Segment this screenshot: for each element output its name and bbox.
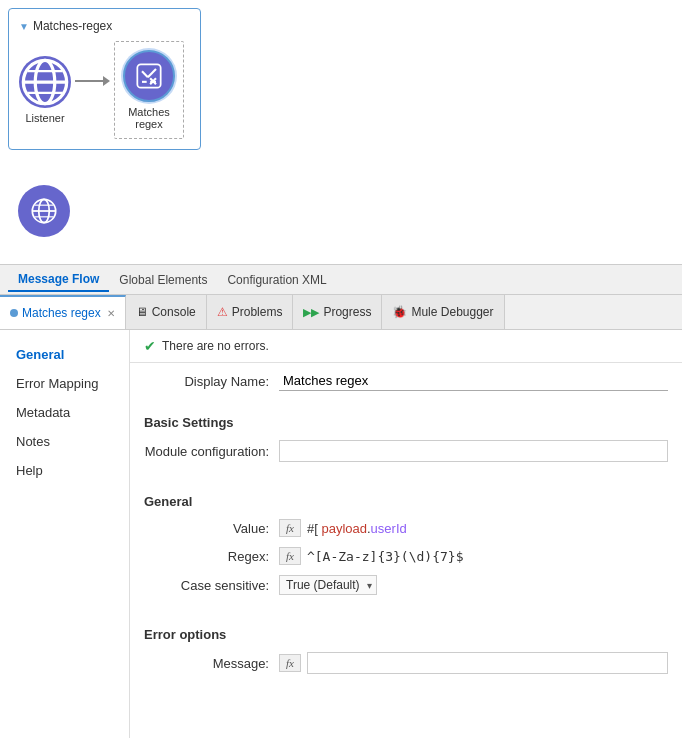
matches-regex-node[interactable]: Matchesregex bbox=[123, 50, 175, 130]
module-config-label: Module configuration: bbox=[144, 444, 279, 459]
general-section-title: General bbox=[144, 488, 668, 515]
main-panel: General Error Mapping Metadata Notes Hel… bbox=[0, 330, 682, 738]
display-name-row: Display Name: bbox=[144, 371, 668, 391]
message-row: Message: fx bbox=[144, 652, 668, 674]
check-icon: ✔ bbox=[144, 338, 156, 354]
nav-item-metadata[interactable]: Metadata bbox=[0, 398, 129, 427]
case-sensitive-row: Case sensitive: True (Default) False bbox=[144, 575, 668, 595]
regex-row: Regex: fx ^[A-Za-z]{3}(\d){7}$ bbox=[144, 547, 668, 565]
problems-icon: ⚠ bbox=[217, 305, 228, 319]
mule-debugger-icon: 🐞 bbox=[392, 305, 407, 319]
right-content: ✔ There are no errors. Display Name: Bas… bbox=[130, 330, 682, 738]
nav-item-general[interactable]: General bbox=[0, 340, 129, 369]
basic-settings-section: Basic Settings Module configuration: bbox=[130, 409, 682, 480]
display-name-input[interactable] bbox=[279, 371, 668, 391]
no-errors-text: There are no errors. bbox=[162, 339, 269, 353]
message-label: Message: bbox=[144, 656, 279, 671]
general-section: General Value: fx #[ payload.userId Rege… bbox=[130, 480, 682, 613]
value-fx-button[interactable]: fx bbox=[279, 519, 301, 537]
props-tab-problems[interactable]: ⚠ Problems bbox=[207, 295, 294, 329]
flow-nodes: Listener bbox=[19, 41, 184, 139]
module-config-row: Module configuration: bbox=[144, 440, 668, 462]
matches-regex-label: Matchesregex bbox=[128, 106, 170, 130]
props-tab-problems-label: Problems bbox=[232, 305, 283, 319]
error-options-section: Error options Message: fx bbox=[130, 613, 682, 692]
flow-container: ▼ Matches-regex Listener bbox=[8, 8, 201, 150]
props-tab-progress[interactable]: ▶▶ Progress bbox=[293, 295, 382, 329]
matches-regex-node-wrapper: Matchesregex bbox=[114, 41, 184, 139]
props-tab-matches-regex-label: Matches regex bbox=[22, 306, 101, 320]
close-tab-matches-regex[interactable]: ✕ bbox=[107, 308, 115, 319]
flow-title: ▼ Matches-regex bbox=[19, 19, 184, 33]
regex-fx-button[interactable]: fx bbox=[279, 547, 301, 565]
message-fx-button[interactable]: fx bbox=[279, 654, 301, 672]
value-row: Value: fx #[ payload.userId bbox=[144, 519, 668, 537]
svg-line-6 bbox=[142, 71, 148, 77]
nav-item-error-mapping[interactable]: Error Mapping bbox=[0, 369, 129, 398]
no-errors-bar: ✔ There are no errors. bbox=[130, 330, 682, 363]
message-input[interactable] bbox=[307, 652, 668, 674]
tab-configuration-xml[interactable]: Configuration XML bbox=[217, 269, 336, 291]
case-sensitive-select-wrapper: True (Default) False bbox=[279, 575, 377, 595]
nav-item-notes[interactable]: Notes bbox=[0, 427, 129, 456]
flow-arrow-icon: ▼ bbox=[19, 21, 29, 32]
props-tab-mule-debugger-label: Mule Debugger bbox=[411, 305, 493, 319]
case-sensitive-select[interactable]: True (Default) False bbox=[279, 575, 377, 595]
standalone-globe-svg bbox=[30, 197, 58, 225]
check-x-icon bbox=[135, 62, 163, 90]
arrow-head bbox=[103, 76, 110, 86]
flow-title-text: Matches-regex bbox=[33, 19, 112, 33]
bottom-tabs-bar: Message Flow Global Elements Configurati… bbox=[0, 265, 682, 295]
globe-icon bbox=[19, 56, 71, 108]
matches-regex-icon-circle bbox=[123, 50, 175, 102]
tab-message-flow[interactable]: Message Flow bbox=[8, 268, 109, 292]
standalone-globe-icon bbox=[18, 185, 70, 237]
props-tab-console-label: Console bbox=[152, 305, 196, 319]
matches-regex-box: Matchesregex bbox=[114, 41, 184, 139]
props-tabs: Matches regex ✕ 🖥 Console ⚠ Problems ▶▶ … bbox=[0, 295, 682, 330]
module-config-input[interactable] bbox=[279, 440, 668, 462]
value-payload-text: payload bbox=[321, 521, 367, 536]
svg-line-7 bbox=[148, 69, 156, 77]
listener-icon-circle bbox=[19, 56, 71, 108]
value-bracket-open: #[ bbox=[307, 521, 321, 536]
display-name-label: Display Name: bbox=[144, 374, 279, 389]
value-label: Value: bbox=[144, 521, 279, 536]
value-field-text: userId bbox=[371, 521, 407, 536]
left-nav: General Error Mapping Metadata Notes Hel… bbox=[0, 330, 130, 738]
props-tab-mule-debugger[interactable]: 🐞 Mule Debugger bbox=[382, 295, 504, 329]
tab-dot-matches-regex bbox=[10, 309, 18, 317]
listener-node[interactable]: Listener bbox=[19, 56, 71, 124]
arrow-line bbox=[75, 80, 103, 82]
error-options-title: Error options bbox=[144, 621, 668, 648]
display-name-section: Display Name: bbox=[130, 363, 682, 409]
props-tab-progress-label: Progress bbox=[323, 305, 371, 319]
flow-connector-arrow bbox=[75, 76, 110, 86]
props-tab-console[interactable]: 🖥 Console bbox=[126, 295, 207, 329]
canvas-area: ▼ Matches-regex Listener bbox=[0, 0, 682, 265]
standalone-listener-node[interactable] bbox=[18, 185, 70, 237]
case-sensitive-label: Case sensitive: bbox=[144, 578, 279, 593]
nav-item-help[interactable]: Help bbox=[0, 456, 129, 485]
props-tab-matches-regex[interactable]: Matches regex ✕ bbox=[0, 295, 126, 329]
value-text: #[ payload.userId bbox=[307, 521, 407, 536]
regex-value-text: ^[A-Za-z]{3}(\d){7}$ bbox=[307, 549, 464, 564]
progress-icon: ▶▶ bbox=[303, 306, 319, 319]
listener-label: Listener bbox=[25, 112, 64, 124]
console-icon: 🖥 bbox=[136, 305, 148, 319]
regex-label: Regex: bbox=[144, 549, 279, 564]
tab-global-elements[interactable]: Global Elements bbox=[109, 269, 217, 291]
basic-settings-title: Basic Settings bbox=[144, 409, 668, 436]
